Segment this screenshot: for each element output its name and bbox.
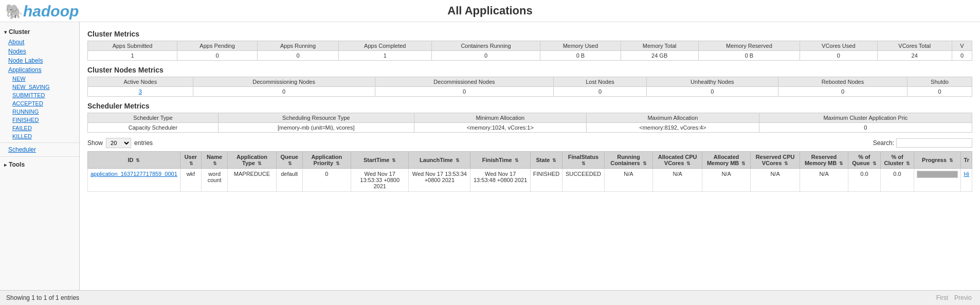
tools-arrow-icon: ▸ bbox=[4, 162, 7, 168]
val-unhealthy-nodes: 0 bbox=[646, 87, 778, 97]
cluster-section-header[interactable]: ▾ Cluster bbox=[0, 26, 79, 38]
sidebar-divider bbox=[0, 142, 79, 143]
th-state[interactable]: State ⇅ bbox=[530, 152, 562, 169]
scheduler-metrics-table: Scheduler Type Scheduling Resource Type … bbox=[87, 113, 972, 133]
cell-pct-cluster: 0.0 bbox=[880, 169, 914, 192]
th-running-containers[interactable]: Running Containers ⇅ bbox=[604, 152, 653, 169]
active-nodes-link[interactable]: 3 bbox=[139, 88, 142, 95]
col-apps-running: Apps Running bbox=[258, 41, 339, 51]
th-priority[interactable]: Application Priority ⇅ bbox=[302, 152, 351, 169]
val-max-cluster-app: 0 bbox=[759, 123, 972, 133]
sidebar-item-nodes[interactable]: Nodes bbox=[0, 47, 79, 56]
sidebar-item-submitted[interactable]: SUBMITTED bbox=[0, 91, 79, 99]
showing-text: Showing 1 to 1 of 1 entries bbox=[6, 294, 79, 301]
content-area: Cluster Metrics Apps Submitted Apps Pend… bbox=[80, 22, 980, 290]
col-v: V bbox=[952, 41, 972, 51]
th-application-type[interactable]: Application Type ⇅ bbox=[228, 152, 277, 169]
progress-bar-fill bbox=[917, 171, 957, 177]
sidebar-item-scheduler[interactable]: Scheduler bbox=[0, 145, 79, 154]
main-container: ▾ Cluster About Nodes Node Labels Applic… bbox=[0, 22, 980, 290]
entries-label: entries bbox=[134, 139, 153, 147]
col-rebooted-nodes: Rebooted Nodes bbox=[778, 77, 907, 87]
app-id-link[interactable]: application_1637127717859_0001 bbox=[90, 171, 177, 177]
sort-pctqueue-icon: ⇅ bbox=[873, 161, 877, 166]
sidebar-item-about[interactable]: About bbox=[0, 38, 79, 47]
sort-state-icon: ⇅ bbox=[552, 158, 556, 163]
logo: 🐘 hadoop bbox=[5, 3, 79, 20]
cell-reserved-cpu: N/A bbox=[751, 169, 800, 192]
th-allocated-cpu[interactable]: Allocated CPU VCores ⇅ bbox=[653, 152, 702, 169]
cluster-nodes-metrics-table: Active Nodes Decommissioning Nodes Decom… bbox=[87, 77, 972, 97]
sidebar-item-finished[interactable]: FINISHED bbox=[0, 116, 79, 124]
sidebar-item-running[interactable]: RUNNING bbox=[0, 107, 79, 116]
sidebar-item-failed[interactable]: FAILED bbox=[0, 124, 79, 132]
col-lost-nodes: Lost Nodes bbox=[554, 77, 647, 87]
th-reserved-memory[interactable]: Reserved Memory MB ⇅ bbox=[800, 152, 848, 169]
th-queue[interactable]: Queue ⇅ bbox=[276, 152, 302, 169]
search-input[interactable] bbox=[896, 138, 972, 148]
sort-allocpu-icon: ⇅ bbox=[686, 161, 691, 166]
page-title: All Applications bbox=[0, 4, 980, 17]
sort-progress-icon: ⇅ bbox=[949, 158, 953, 163]
tracking-link[interactable]: Hi bbox=[964, 171, 969, 177]
col-apps-submitted: Apps Submitted bbox=[88, 41, 177, 51]
cell-finalstatus: SUCCEEDED bbox=[562, 169, 604, 192]
col-memory-used: Memory Used bbox=[540, 41, 621, 51]
th-pct-queue[interactable]: % of Queue ⇅ bbox=[848, 152, 880, 169]
sidebar-item-applications[interactable]: Applications bbox=[0, 65, 79, 75]
sort-pctcluster-icon: ⇅ bbox=[906, 161, 910, 166]
elephant-icon: 🐘 bbox=[5, 3, 23, 20]
th-finishtime[interactable]: FinishTime ⇅ bbox=[470, 152, 530, 169]
toolbar-left: Show 10 20 50 100 entries bbox=[87, 138, 153, 148]
sort-priority-icon: ⇅ bbox=[336, 161, 340, 166]
col-decommissioning-nodes: Decommissioning Nodes bbox=[193, 77, 375, 87]
sort-rescpu-icon: ⇅ bbox=[784, 161, 788, 166]
cell-pct-queue: 0.0 bbox=[848, 169, 880, 192]
cell-finishtime: Wed Nov 17 13:53:48 +0800 2021 bbox=[470, 169, 530, 192]
sort-resmem-icon: ⇅ bbox=[839, 161, 843, 166]
pagination-first[interactable]: First bbox=[934, 294, 950, 302]
th-allocated-memory[interactable]: Allocated Memory MB ⇅ bbox=[702, 152, 750, 169]
sort-name-icon: ⇅ bbox=[213, 161, 217, 166]
th-pct-cluster[interactable]: % of Cluster ⇅ bbox=[880, 152, 914, 169]
sort-launchtime-icon: ⇅ bbox=[456, 158, 460, 163]
th-progress[interactable]: Progress ⇅ bbox=[914, 152, 961, 169]
show-entries-select[interactable]: 10 20 50 100 bbox=[106, 138, 131, 148]
cell-tracking: Hi bbox=[961, 169, 972, 192]
sidebar-item-new[interactable]: NEW bbox=[0, 75, 79, 83]
th-starttime[interactable]: StartTime ⇅ bbox=[351, 152, 409, 169]
scheduler-metrics-title: Scheduler Metrics bbox=[87, 102, 972, 110]
val-v: 0 bbox=[952, 51, 972, 61]
th-user[interactable]: User ⇅ bbox=[180, 152, 201, 169]
sort-id-icon: ⇅ bbox=[136, 158, 140, 163]
sidebar-item-new-saving[interactable]: NEW_SAVING bbox=[0, 83, 79, 91]
th-name[interactable]: Name ⇅ bbox=[201, 152, 227, 169]
cell-state: FINISHED bbox=[530, 169, 562, 192]
sort-finalstatus-icon: ⇅ bbox=[582, 161, 586, 166]
val-scheduler-type: Capacity Scheduler bbox=[88, 123, 219, 133]
pagination-prev[interactable]: Previo bbox=[952, 294, 974, 302]
cell-id: application_1637127717859_0001 bbox=[88, 169, 180, 192]
th-id[interactable]: ID ⇅ bbox=[88, 152, 180, 169]
th-launchtime[interactable]: LaunchTime ⇅ bbox=[409, 152, 470, 169]
sort-starttime-icon: ⇅ bbox=[392, 158, 396, 163]
th-finalstatus[interactable]: FinalStatus ⇅ bbox=[562, 152, 604, 169]
col-scheduler-type: Scheduler Type bbox=[88, 113, 219, 123]
cluster-label: Cluster bbox=[9, 28, 30, 35]
col-max-cluster-app: Maximum Cluster Application Pric bbox=[759, 113, 972, 123]
val-minimum-allocation: <memory:1024, vCores:1> bbox=[414, 123, 587, 133]
sidebar-item-accepted[interactable]: ACCEPTED bbox=[0, 99, 79, 107]
sidebar-divider2 bbox=[0, 156, 79, 157]
tools-section-header[interactable]: ▸ Tools bbox=[0, 159, 79, 170]
sidebar-item-killed[interactable]: KILLED bbox=[0, 132, 79, 140]
logo-text: hadoop bbox=[23, 3, 79, 20]
cell-allocated-cpu: N/A bbox=[653, 169, 702, 192]
sidebar-item-node-labels[interactable]: Node Labels bbox=[0, 56, 79, 65]
cluster-metrics-table: Apps Submitted Apps Pending Apps Running… bbox=[87, 41, 972, 61]
th-reserved-cpu[interactable]: Reserved CPU VCores ⇅ bbox=[751, 152, 800, 169]
val-memory-total: 24 GB bbox=[621, 51, 698, 61]
col-scheduling-resource-type: Scheduling Resource Type bbox=[218, 113, 414, 123]
header: 🐘 hadoop All Applications bbox=[0, 0, 980, 22]
col-apps-pending: Apps Pending bbox=[177, 41, 257, 51]
val-scheduling-resource-type: [memory-mb (unit=Mi), vcores] bbox=[218, 123, 414, 133]
